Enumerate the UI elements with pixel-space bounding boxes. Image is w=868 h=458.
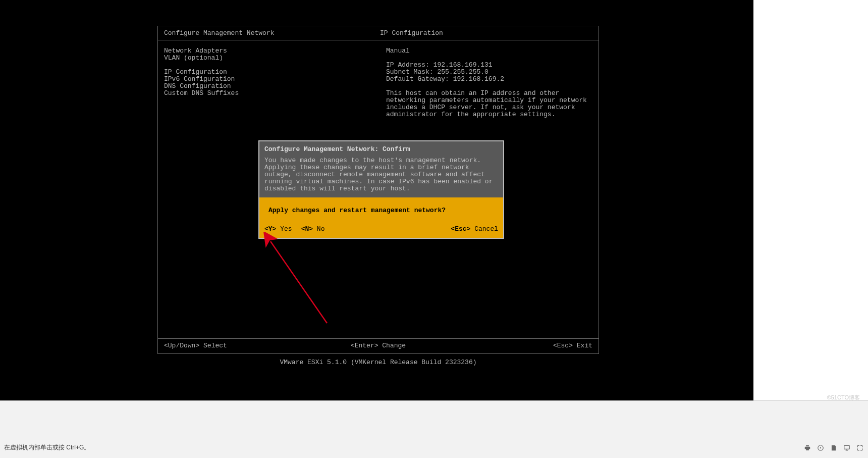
dialog-cancel-label: Cancel	[474, 225, 498, 233]
ip-mode: Manual	[386, 47, 592, 55]
footer-hint-change: <Enter> Change	[307, 342, 450, 349]
gateway-label: Default Gateway:	[386, 75, 449, 83]
dialog-action-area: Apply changes and restart management net…	[259, 197, 503, 238]
svg-rect-3	[844, 445, 850, 449]
sidebar-item-network-adapters[interactable]: Network Adapters	[164, 47, 374, 55]
dialog-yes-action[interactable]: <Y> Yes	[264, 225, 292, 233]
dialog-yes-label: Yes	[280, 225, 292, 233]
expand-icon[interactable]	[856, 444, 864, 452]
panel-subtitle: IP Configuration	[380, 29, 443, 37]
footer-key-esc: <Esc>	[553, 342, 573, 349]
subnet-mask-row: Subnet Mask: 255.255.255.0	[386, 69, 592, 76]
host-hint-text: 在虚拟机内部单击或按 Ctrl+G。	[4, 443, 90, 452]
sidebar-item-vlan[interactable]: VLAN (optional)	[164, 55, 374, 62]
host-tray-icons	[803, 444, 864, 452]
ip-address-label: IP Address:	[386, 61, 429, 69]
sidebar-spacer	[164, 62, 374, 69]
dialog-question: Apply changes and restart management net…	[259, 197, 503, 221]
footer-key-enter: <Enter>	[351, 342, 378, 349]
dialog-body-text: You have made changes to the host's mana…	[259, 155, 503, 197]
svg-point-2	[820, 447, 821, 448]
printer-icon[interactable]	[803, 444, 811, 452]
sidebar-item-custom-dns[interactable]: Custom DNS Suffixes	[164, 90, 374, 97]
dialog-no-label: No	[317, 225, 325, 233]
footer-label-select: Select	[203, 342, 227, 349]
sidebar-item-ipv6-config[interactable]: IPv6 Configuration	[164, 76, 374, 83]
esxi-version-text: VMware ESXi 5.1.0 (VMKernel Release Buil…	[157, 359, 599, 366]
dialog-no-key: <N>	[301, 225, 313, 233]
ip-description: This host can obtain an IP address and o…	[386, 90, 592, 118]
subnet-mask-label: Subnet Mask:	[386, 68, 433, 76]
dialog-cancel-action[interactable]: <Esc> Cancel	[451, 225, 498, 233]
dialog-no-action[interactable]: <N> No	[301, 225, 325, 233]
dialog-title: Configure Management Network: Confirm	[259, 141, 503, 155]
gateway-value: 192.168.169.2	[453, 75, 504, 83]
dialog-yes-key: <Y>	[264, 225, 276, 233]
footer-label-change: Change	[382, 342, 406, 349]
footer-hint-select: <Up/Down> Select	[164, 342, 307, 349]
panel-footer: <Up/Down> Select <Enter> Change <Esc> Ex…	[158, 338, 599, 352]
footer-key-updown: <Up/Down>	[164, 342, 199, 349]
panel-title: Configure Management Network	[158, 29, 380, 37]
vm-console: Configure Management Network IP Configur…	[0, 0, 753, 400]
dialog-cancel-key: <Esc>	[451, 225, 470, 233]
footer-hint-exit: <Esc> Exit	[450, 342, 592, 349]
sidebar-item-dns-config[interactable]: DNS Configuration	[164, 83, 374, 90]
ip-address-value: 192.168.169.131	[433, 61, 493, 69]
ip-address-row: IP Address: 192.168.169.131	[386, 62, 592, 69]
footer-label-exit: Exit	[577, 342, 592, 349]
cd-icon[interactable]	[817, 444, 825, 452]
confirm-dialog: Configure Management Network: Confirm Yo…	[258, 140, 504, 239]
gateway-row: Default Gateway: 192.168.169.2	[386, 76, 592, 83]
network-icon[interactable]	[843, 444, 851, 452]
sidebar-item-ip-config[interactable]: IP Configuration	[164, 69, 374, 76]
subnet-mask-value: 255.255.255.0	[437, 68, 488, 76]
dialog-actions: <Y> Yes <N> No <Esc> Cancel	[259, 221, 503, 238]
floppy-icon[interactable]	[830, 444, 838, 452]
host-status-bar: 在虚拟机内部单击或按 Ctrl+G。	[0, 400, 868, 458]
panel-header: Configure Management Network IP Configur…	[158, 26, 599, 40]
